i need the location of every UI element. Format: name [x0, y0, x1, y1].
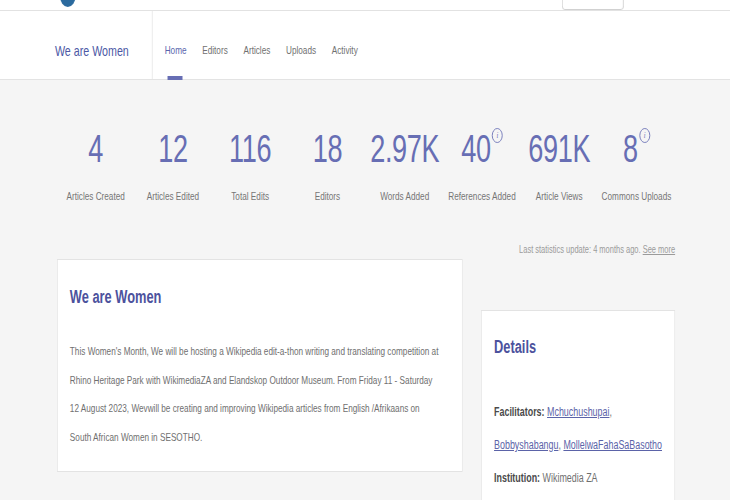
facilitators-row: Facilitators: Mchuchushupai, Bobbyshaban…: [494, 396, 662, 462]
active-tab-indicator: [168, 76, 183, 80]
stat-label: References Added: [443, 190, 520, 202]
stat-value: 8i: [598, 128, 675, 170]
overview-title: We are Women: [70, 287, 452, 308]
details-card: Details Facilitators: Mchuchushupai, Bob…: [481, 310, 675, 500]
details-body: Facilitators: Mchuchushupai, Bobbyshaban…: [494, 396, 662, 495]
stat-editors: 18Editors: [289, 128, 366, 202]
page: We are Women HomeEditorsArticlesUploadsA…: [0, 0, 730, 500]
tab-editors[interactable]: Editors: [202, 21, 228, 79]
tab-home[interactable]: Home: [165, 21, 187, 79]
tab-articles[interactable]: Articles: [243, 21, 270, 79]
course-navbar: We are Women HomeEditorsArticlesUploadsA…: [0, 11, 730, 80]
facilitator-link[interactable]: MollelwaFahaSaBasotho: [563, 438, 662, 452]
overview-card: We are Women This Women's Month, We will…: [57, 259, 463, 472]
info-icon[interactable]: i: [492, 128, 503, 143]
see-more-link[interactable]: See more: [643, 243, 675, 255]
topbar-button[interactable]: [562, 0, 624, 10]
stat-articles-edited: 12Articles Edited: [134, 128, 211, 202]
topbar: [0, 0, 730, 11]
institution-row: Institution: Wikimedia ZA: [494, 462, 662, 495]
stat-label: Articles Created: [57, 190, 134, 202]
stat-value: 40i: [443, 128, 520, 170]
stat-words-added: 2.97KWords Added: [366, 128, 443, 202]
dashboard-logo-icon[interactable]: [60, 0, 76, 7]
details-title: Details: [494, 337, 662, 358]
stat-label: Words Added: [366, 190, 443, 202]
stat-value: 2.97K: [366, 128, 443, 170]
tab-label: Home: [165, 44, 187, 56]
stat-commons-uploads: 8iCommons Uploads: [598, 128, 675, 202]
overview-description: This Women's Month, We will be hosting a…: [70, 337, 452, 451]
stat-label: Article Views: [521, 190, 598, 202]
stat-value: 4: [57, 128, 134, 170]
tab-activity[interactable]: Activity: [332, 21, 358, 79]
stat-total-edits: 116Total Edits: [212, 128, 289, 202]
stat-value: 12: [134, 128, 211, 170]
tab-uploads[interactable]: Uploads: [286, 21, 316, 79]
stats-row: 4Articles Created12Articles Edited116Tot…: [57, 128, 675, 202]
stat-label: Total Edits: [212, 190, 289, 202]
info-icon[interactable]: i: [639, 128, 650, 143]
facilitator-link[interactable]: Mchuchushupai: [547, 405, 609, 419]
nav-tabs: HomeEditorsArticlesUploadsActivity: [165, 21, 358, 79]
institution-label: Institution:: [494, 471, 540, 485]
tab-label: Uploads: [286, 44, 316, 56]
stat-value: 691K: [521, 128, 598, 170]
stat-value: 18: [289, 128, 366, 170]
stat-articles-created: 4Articles Created: [57, 128, 134, 202]
stats-update: Last statistics update: 4 months ago. Se…: [519, 243, 675, 255]
facilitator-link[interactable]: Bobbyshabangu: [494, 438, 558, 452]
stat-label: Commons Uploads: [598, 190, 675, 202]
tab-label: Activity: [332, 44, 358, 56]
stats-update-text: Last statistics update: 4 months ago.: [519, 243, 641, 255]
tab-label: Articles: [243, 44, 270, 56]
institution-value: Wikimedia ZA: [543, 471, 598, 485]
nav-divider: [152, 11, 153, 79]
stat-references-added: 40iReferences Added: [443, 128, 520, 202]
stat-label: Editors: [289, 190, 366, 202]
stat-article-views: 691KArticle Views: [521, 128, 598, 202]
facilitators-label: Facilitators:: [494, 405, 545, 419]
stat-value: 116: [212, 128, 289, 170]
stat-label: Articles Edited: [134, 190, 211, 202]
course-title-link[interactable]: We are Women: [55, 21, 129, 79]
tab-label: Editors: [202, 44, 228, 56]
